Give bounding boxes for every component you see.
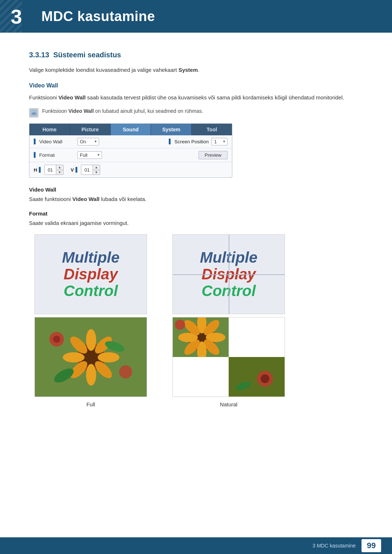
tab-tool[interactable]: Tool: [192, 124, 232, 135]
h-label: H: [34, 167, 37, 173]
full-flower-svg: [35, 317, 147, 397]
videowall-select-wrapper[interactable]: On Off: [77, 138, 99, 145]
ui-label-format: Format: [34, 152, 77, 158]
format-item-natural: Natural: [167, 317, 290, 413]
format-item-full: Full: [29, 317, 152, 413]
h-increment[interactable]: ▲: [56, 165, 63, 170]
svg-point-16: [119, 365, 132, 378]
screen-pos-indicator: [169, 139, 171, 144]
ui-row-videowall: Video Wall On Off Screen Position: [29, 135, 232, 148]
svg-point-12: [63, 352, 85, 362]
ui-control-v[interactable]: V 01 ▲ ▼: [71, 165, 100, 175]
svg-point-30: [175, 320, 185, 330]
row-indicator-format: [34, 152, 36, 158]
preview-button[interactable]: Preview: [199, 151, 228, 159]
ui-row-hv: H 01 ▲ ▼ V 01: [29, 162, 232, 178]
footer-text: 3 MDC kasutamine: [313, 543, 356, 549]
section-intro: Valige komplektide loendist kuvaseadmed …: [29, 66, 363, 74]
page-header: 3 MDC kasutamine: [0, 0, 392, 33]
video-wall-heading: Video Wall: [29, 82, 363, 89]
row-indicator: [34, 139, 36, 144]
format-row-mdc: Multiple Display Control Multiple Displa…: [29, 234, 363, 317]
h-stepper-buttons[interactable]: ▲ ▼: [56, 165, 63, 175]
ui-row-format: Format Full Natural Preview: [29, 148, 232, 162]
nat-cell-tr: [229, 317, 285, 357]
screen-pos-select[interactable]: 1 2 3 4: [212, 138, 228, 145]
ui-control-h[interactable]: H 01 ▲ ▼: [34, 165, 64, 175]
ui-control-format[interactable]: Full Natural: [77, 151, 102, 159]
note-text: Funktsioon Video Wall on lubatud ainult …: [42, 107, 203, 115]
h-value: 01: [45, 167, 56, 173]
svg-point-10: [86, 364, 96, 386]
format-select-wrapper[interactable]: Full Natural: [77, 151, 102, 159]
screen-pos-select-wrapper[interactable]: 1 2 3 4: [212, 138, 228, 145]
tab-picture[interactable]: Picture: [70, 124, 111, 135]
svg-point-15: [53, 336, 60, 343]
v-indicator: [75, 167, 77, 173]
ui-label-videowall: Video Wall: [34, 139, 77, 144]
v-stepper-buttons[interactable]: ▲ ▼: [93, 165, 100, 175]
note-icon: [29, 108, 38, 118]
screen-pos-label: Screen Position: [174, 139, 209, 144]
v-stepper[interactable]: 01 ▲ ▼: [81, 165, 100, 175]
section-heading: 3.3.13 Süsteemi seadistus: [29, 51, 363, 59]
format-row-photos: Full: [29, 317, 363, 413]
screen-position-control: Screen Position 1 2 3 4: [169, 138, 228, 145]
full-label: Full: [86, 401, 95, 407]
video-wall-description: Funktsiooni Video Wall saab kasutada ter…: [29, 93, 363, 102]
format-preview-natural-mdc: Multiple Display Control: [172, 234, 285, 314]
h-decrement[interactable]: ▼: [56, 170, 63, 175]
ui-control-videowall[interactable]: On Off: [77, 138, 99, 145]
format-full-photo: [34, 317, 147, 397]
format-item-natural-mdc: Multiple Display Control: [167, 234, 290, 317]
nat-cell-tl: [173, 317, 229, 357]
v-increment[interactable]: ▲: [93, 165, 100, 170]
v-value: 01: [81, 167, 92, 173]
footer-page-number: 99: [362, 539, 381, 552]
format-natural-photo: [172, 317, 285, 397]
tab-sound[interactable]: Sound: [111, 124, 151, 135]
mdc-text-natural: Multiple Display Control: [200, 249, 258, 300]
nat-cell-br: [229, 357, 285, 397]
svg-point-40: [261, 374, 269, 383]
ui-panel: Home Picture Sound System Tool Video Wal…: [29, 123, 232, 178]
mdc-text-full: Multiple Display Control: [62, 249, 120, 300]
format-images: Multiple Display Control Multiple Displa…: [29, 234, 363, 413]
item-video-wall-heading: Video Wall: [29, 186, 363, 193]
chapter-number: 3: [0, 0, 33, 33]
svg-rect-38: [229, 357, 285, 397]
tab-system[interactable]: System: [151, 124, 192, 135]
tab-home[interactable]: Home: [29, 124, 70, 135]
natural-label: Natural: [220, 401, 237, 407]
ui-tabs: Home Picture Sound System Tool: [29, 124, 232, 135]
chapter-title: MDC kasutamine: [33, 9, 155, 24]
v-decrement[interactable]: ▼: [93, 170, 100, 175]
format-select[interactable]: Full Natural: [77, 151, 102, 159]
nat-cell-bl: [173, 357, 229, 397]
v-label: V: [71, 167, 74, 173]
ui-panel-body: Video Wall On Off Screen Position: [29, 135, 232, 178]
item-format-heading: Format: [29, 210, 363, 217]
svg-point-8: [98, 352, 119, 362]
videowall-select[interactable]: On Off: [77, 138, 99, 145]
note-box: Funktsioon Video Wall on lubatud ainult …: [29, 107, 363, 118]
main-content: 3.3.13 Süsteemi seadistus Valige komplek…: [0, 33, 392, 442]
h-indicator: [39, 167, 41, 173]
page-footer: 3 MDC kasutamine 99: [0, 537, 392, 554]
format-preview-full-mdc: Multiple Display Control: [34, 234, 147, 314]
h-stepper[interactable]: 01 ▲ ▼: [44, 165, 63, 175]
format-item-full-mdc: Multiple Display Control: [29, 234, 152, 317]
svg-point-1: [33, 111, 35, 112]
item-video-wall-text: Saate funktsiooni Video Wall lubada või …: [29, 195, 363, 204]
svg-point-6: [86, 329, 96, 351]
item-format-text: Saate valida ekraani jagamise vormingut.: [29, 219, 363, 228]
